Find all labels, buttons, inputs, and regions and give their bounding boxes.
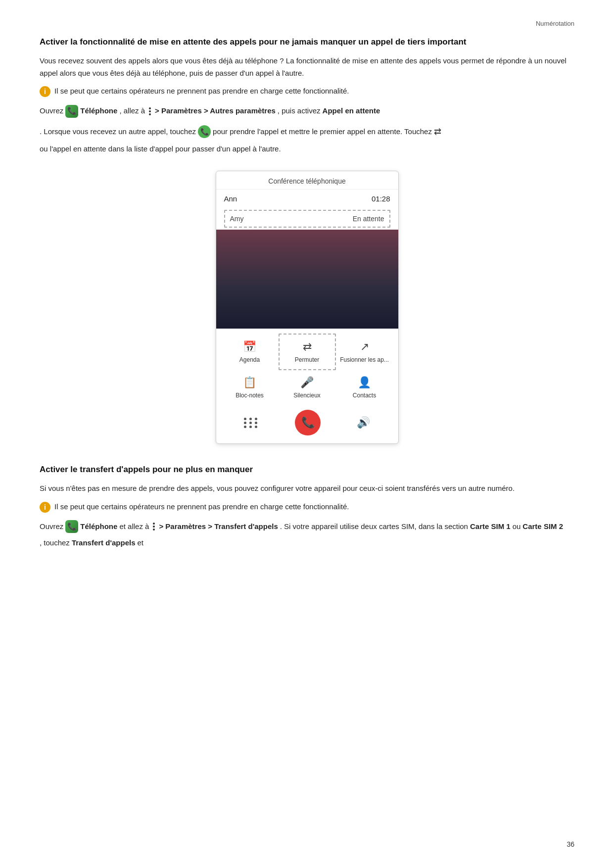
blocnotes-btn[interactable]: 📋 Bloc-notes [221, 370, 279, 405]
page-number: 36 [567, 840, 574, 848]
silencieux-label: Silencieux [293, 392, 321, 399]
instr1-app: Téléphone [80, 104, 117, 118]
section1-title: Activer la fonctionnalité de mise en att… [40, 36, 574, 48]
speaker-btn[interactable]: 🔊 [357, 416, 370, 429]
agenda-icon: 📅 [243, 340, 256, 353]
agenda-btn[interactable]: 📅 Agenda [221, 334, 279, 370]
keypad-btn[interactable] [244, 418, 259, 428]
instruction-line-2: . Lorsque vous recevez un autre appel, t… [40, 123, 574, 156]
s2-instr1-bold1: Carte SIM 1 [470, 520, 511, 534]
waiting-call-row: Amy En attente [224, 210, 390, 228]
screenshot-background [216, 230, 398, 329]
instruction-line-1: Ouvrez 📞 Téléphone , allez à > Paramètre… [40, 104, 574, 118]
instr1-menu: > Paramètres > Autres paramètres [155, 104, 276, 118]
instr2-pre: . Lorsque vous recevez un autre appel, t… [40, 125, 196, 139]
fusionner-label: Fusionner les ap... [340, 356, 389, 363]
s2-instr1-final: et [137, 536, 143, 550]
page-header: Numérotation [40, 20, 574, 27]
caller1-name: Ann [224, 194, 237, 203]
s2-instr1-pre: Ouvrez [40, 520, 63, 534]
contacts-btn[interactable]: 👤 Contacts [336, 370, 393, 405]
screenshot-title: Conférence téléphonique [268, 177, 345, 185]
blocnotes-icon: 📋 [243, 376, 256, 389]
info-text-1: Il se peut que certains opérateurs ne pr… [54, 85, 349, 97]
section2-paragraph1: Si vous n'êtes pas en mesure de prendre … [40, 482, 574, 495]
phone-app-icon: 📞 [65, 105, 78, 118]
s2-instr1-menu: > Paramètres > Transfert d'appels [159, 520, 278, 534]
screenshot-buttons-grid: 📅 Agenda ⇄ Permuter ↗ Fusionner les ap..… [216, 329, 398, 405]
info-box-2: i Il se peut que certains opérateurs ne … [40, 501, 574, 513]
info-text-2: Il se peut que certains opérateurs ne pr… [54, 501, 349, 513]
instr1-pre: Ouvrez [40, 104, 63, 118]
permuter-label: Permuter [295, 356, 319, 363]
permuter-btn[interactable]: ⇄ Permuter [279, 334, 336, 370]
section2-instruction-line-1: Ouvrez 📞 Téléphone et allez à > Paramètr… [40, 520, 574, 550]
menu-dots-icon-2 [151, 522, 157, 531]
s2-instr1-mid: et allez à [119, 520, 149, 534]
s2-instr1-app: Téléphone [80, 520, 117, 534]
silencieux-icon: 🎤 [300, 376, 314, 389]
s2-instr1-bold3: Transfert d'appels [72, 536, 136, 550]
menu-dots-icon [147, 106, 153, 116]
contacts-icon: 👤 [358, 376, 371, 389]
screenshot-header: Conférence téléphonique [216, 171, 398, 190]
s2-instr1-post: . Si votre appareil utilise deux cartes … [280, 520, 468, 534]
permuter-icon: ⇄ [303, 340, 312, 353]
info-box-1: i Il se peut que certains opérateurs ne … [40, 85, 574, 97]
active-call-row: Ann 01:28 [216, 190, 398, 208]
section1-paragraph: Vous recevez souvent des appels alors qu… [40, 55, 574, 80]
instr1-post: , puis activez [278, 104, 321, 118]
swap-icon: ⇄ [434, 123, 441, 140]
blocnotes-label: Bloc-notes [236, 392, 264, 399]
instr2-end: ou l'appel en attente dans la liste d'ap… [40, 142, 281, 156]
instr1-mid: , allez à [119, 104, 145, 118]
info-icon-2: i [40, 502, 50, 513]
section2-title: Activer le transfert d'appels pour ne pl… [40, 464, 574, 476]
caller2-status: En attente [353, 215, 384, 223]
action-row: 📞 🔊 [216, 405, 398, 443]
header-label: Numérotation [536, 20, 574, 27]
instr1-bold: Appel en attente [323, 104, 380, 118]
silencieux-btn[interactable]: 🎤 Silencieux [279, 370, 336, 405]
info-icon-1: i [40, 86, 50, 97]
agenda-label: Agenda [239, 356, 260, 363]
fusionner-icon: ↗ [360, 340, 369, 353]
instr2-post: pour prendre l'appel et mettre le premie… [213, 125, 432, 139]
fusionner-btn[interactable]: ↗ Fusionner les ap... [336, 334, 393, 370]
s2-instr1-end: , touchez [40, 536, 70, 550]
caller1-time: 01:28 [372, 194, 390, 203]
caller2-name: Amy [230, 215, 244, 223]
contacts-label: Contacts [353, 392, 376, 399]
s2-instr1-bold2: Carte SIM 2 [522, 520, 563, 534]
s2-instr1-or: ou [513, 520, 521, 534]
end-call-btn[interactable]: 📞 [295, 410, 321, 435]
answer-call-icon: 📞 [198, 125, 211, 138]
phone-app-icon-2: 📞 [65, 520, 78, 533]
phone-screenshot: Conférence téléphonique Ann 01:28 Amy En… [216, 171, 399, 444]
